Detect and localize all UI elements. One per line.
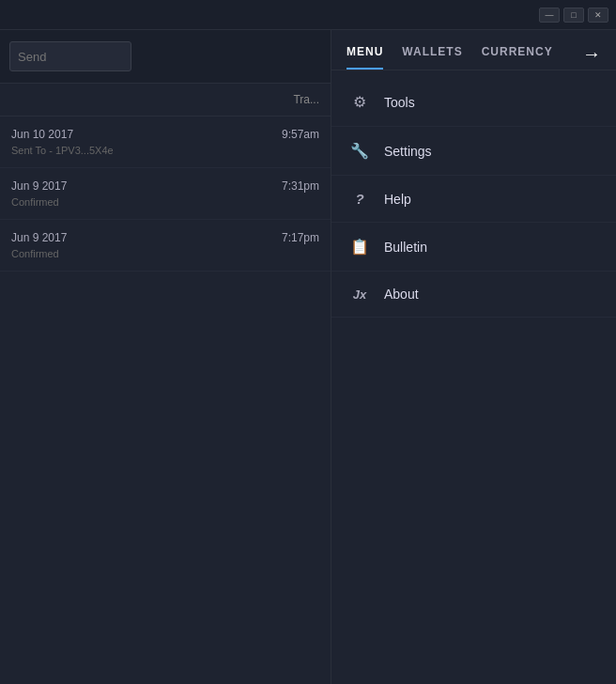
- tx-header: Tra...: [0, 84, 331, 117]
- tab-wallets[interactable]: WALLETS: [402, 45, 462, 70]
- menu-item-settings[interactable]: 🔧 Settings: [331, 127, 616, 176]
- minimize-button[interactable]: —: [539, 8, 560, 23]
- menu-item-about[interactable]: Jx About: [331, 272, 616, 318]
- tools-label: Tools: [384, 95, 415, 110]
- menu-items-list: ⚙ Tools 🔧 Settings ? Help 📋 Bulletin Jx …: [331, 70, 616, 684]
- menu-tab-bar: MENU WALLETS CURRENCY: [331, 30, 616, 70]
- tx-status-2: Confirmed: [11, 196, 319, 208]
- wrench-icon: 🔧: [350, 142, 369, 160]
- tx-date-3: Jun 9 2017: [11, 231, 67, 244]
- send-input[interactable]: [9, 41, 131, 71]
- send-area: [0, 30, 331, 84]
- close-menu-button[interactable]: →: [582, 43, 601, 65]
- tx-detail-1: Sent To - 1PV3...5X4e: [11, 145, 319, 156]
- bulletin-icon: 📋: [350, 238, 369, 256]
- gear-icon: ⚙: [350, 93, 369, 111]
- tx-time-1: 9:57am: [282, 128, 319, 141]
- tx-status-3: Confirmed: [11, 248, 319, 259]
- window-controls: — □ ✕: [539, 8, 608, 23]
- table-row: Jun 9 2017 7:17pm Confirmed: [0, 220, 331, 272]
- tx-time-3: 7:17pm: [282, 231, 319, 244]
- table-row: Jun 10 2017 9:57am Sent To - 1PV3...5X4e: [0, 117, 331, 168]
- maximize-button[interactable]: □: [563, 8, 584, 23]
- about-icon: Jx: [350, 288, 369, 302]
- table-row: Jun 9 2017 7:31pm Confirmed: [0, 168, 331, 220]
- help-label: Help: [384, 192, 411, 207]
- settings-label: Settings: [384, 144, 432, 159]
- tx-date-2: Jun 9 2017: [11, 179, 67, 193]
- bulletin-label: Bulletin: [384, 240, 427, 255]
- close-button[interactable]: ✕: [588, 8, 608, 23]
- about-label: About: [384, 287, 419, 302]
- right-panel: → MENU WALLETS CURRENCY ⚙ Tools 🔧 Settin…: [331, 30, 616, 684]
- left-panel: Tra... Jun 10 2017 9:57am Sent To - 1PV3…: [0, 30, 331, 684]
- menu-item-help[interactable]: ? Help: [331, 176, 616, 223]
- menu-item-tools[interactable]: ⚙ Tools: [331, 78, 616, 127]
- tab-menu[interactable]: MENU: [346, 45, 383, 70]
- tx-date-1: Jun 10 2017: [11, 128, 73, 141]
- tx-time-2: 7:31pm: [282, 179, 319, 193]
- title-bar: — □ ✕: [0, 0, 616, 30]
- help-icon: ?: [350, 191, 369, 207]
- main-area: Tra... Jun 10 2017 9:57am Sent To - 1PV3…: [0, 30, 616, 684]
- tab-currency[interactable]: CURRENCY: [482, 45, 553, 70]
- menu-item-bulletin[interactable]: 📋 Bulletin: [331, 223, 616, 272]
- transaction-list: Jun 10 2017 9:57am Sent To - 1PV3...5X4e…: [0, 117, 331, 272]
